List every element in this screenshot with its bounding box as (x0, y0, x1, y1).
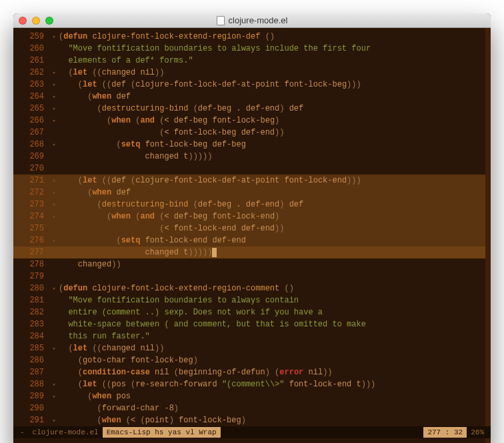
code-line[interactable]: 268▾ (setq font-lock-beg def-beg (13, 139, 485, 151)
code-line[interactable]: 264▾ (when def (13, 91, 485, 103)
code-content[interactable]: (when pos (59, 390, 485, 402)
editor-area[interactable]: 259▾(defun clojure-font-lock-extend-regi… (13, 28, 491, 426)
code-content[interactable]: elements of a def* forms." (59, 55, 485, 67)
code-line[interactable]: 290 (forward-char -8) (13, 402, 485, 414)
code-line[interactable]: 265▾ (destructuring-bind (def-beg . def-… (13, 103, 485, 115)
code-line[interactable]: 277 changed t))))) (13, 246, 485, 258)
code-line[interactable]: 273▾ (destructuring-bind (def-beg . def-… (13, 199, 485, 211)
fold-marker-icon[interactable]: ▾ (49, 378, 59, 390)
code-content[interactable]: (when def (59, 91, 485, 103)
code-content[interactable]: (destructuring-bind (def-beg . def-end) … (59, 103, 485, 115)
code-content[interactable]: (condition-case nil (beginning-of-defun)… (59, 366, 485, 378)
fold-marker-icon[interactable]: ▾ (49, 390, 59, 402)
code-content[interactable]: (let ((changed nil)) (59, 67, 485, 79)
fold-marker-icon[interactable]: ▾ (49, 234, 59, 246)
code-content[interactable]: (let ((changed nil)) (59, 342, 485, 354)
line-number: 276 (13, 234, 49, 246)
code-line[interactable]: 287 (condition-case nil (beginning-of-de… (13, 366, 485, 378)
code-content[interactable]: entire (comment ..) sexp. Does not work … (59, 306, 485, 318)
code-line[interactable]: 276▾ (setq font-lock-end def-end (13, 234, 485, 246)
fold-marker-icon[interactable]: ▾ (49, 342, 59, 354)
code-line[interactable]: 284 this run faster." (13, 330, 485, 342)
code-line[interactable]: 269 changed t))))) (13, 151, 485, 163)
fold-marker-icon[interactable]: ▾ (49, 79, 59, 91)
titlebar[interactable]: clojure-mode.el (13, 13, 491, 28)
fold-marker-icon (49, 258, 59, 270)
fold-marker-icon[interactable]: ▾ (49, 67, 59, 79)
code-line[interactable]: 278 changed)) (13, 258, 485, 270)
code-content[interactable]: changed)) (59, 258, 485, 270)
code-content[interactable]: (when def (59, 187, 485, 199)
code-content[interactable]: (goto-char font-lock-beg) (59, 354, 485, 366)
code-content[interactable]: changed t))))) (59, 246, 485, 258)
code-content[interactable]: (setq font-lock-beg def-beg (59, 139, 485, 151)
code-content[interactable]: "Move fontification boundaries to always… (59, 294, 485, 306)
code-line[interactable]: 260 "Move fontification boundaries to al… (13, 43, 485, 55)
code-content[interactable]: this run faster." (59, 330, 485, 342)
code-line[interactable]: 271▾ (let ((def (clojure-font-lock-def-a… (13, 175, 485, 187)
code-content[interactable] (59, 270, 485, 282)
code-line[interactable]: 289▾ (when pos (13, 390, 485, 402)
document-icon (217, 16, 225, 25)
code-content[interactable]: "Move fontification boundaries to always… (59, 43, 485, 55)
code-content[interactable]: (defun clojure-font-lock-extend-region-d… (59, 31, 485, 43)
code-content[interactable] (59, 163, 485, 175)
fold-marker-icon[interactable]: ▾ (49, 187, 59, 199)
code-line[interactable]: 283 white-space between ( and comment, b… (13, 318, 485, 330)
fold-marker-icon[interactable]: ▾ (49, 414, 59, 426)
code-line[interactable]: 259▾(defun clojure-font-lock-extend-regi… (13, 31, 485, 43)
code-line[interactable]: 272▾ (when def (13, 187, 485, 199)
code-line[interactable]: 291▾ (when (< (point) font-lock-beg) (13, 414, 485, 426)
fold-marker-icon[interactable]: ▾ (49, 91, 59, 103)
code-line[interactable]: 274▾ (when (and (< def-beg font-lock-end… (13, 211, 485, 222)
code-line[interactable]: 275 (< font-lock-end def-end)) (13, 222, 485, 234)
line-number: 291 (13, 414, 49, 426)
code-line[interactable]: 288▾ (let ((pos (re-search-forward "(com… (13, 378, 485, 390)
fold-marker-icon[interactable]: ▾ (49, 282, 59, 294)
code-content[interactable]: (defun clojure-font-lock-extend-region-c… (59, 282, 485, 294)
code-content[interactable]: (forward-char -8) (59, 402, 485, 414)
fold-marker-icon[interactable]: ▾ (49, 115, 59, 127)
line-number: 286 (13, 354, 49, 366)
code-content[interactable]: (let ((def (clojure-font-lock-def-at-poi… (59, 79, 485, 91)
code-line[interactable]: 282 entire (comment ..) sexp. Does not w… (13, 306, 485, 318)
code-content[interactable]: (let ((def (clojure-font-lock-def-at-poi… (59, 175, 485, 187)
line-number: 271 (13, 175, 49, 187)
line-number: 277 (13, 246, 49, 258)
fold-marker-icon[interactable]: ▾ (49, 199, 59, 211)
fold-marker-icon[interactable]: ▾ (49, 175, 59, 187)
code-line[interactable]: 280▾(defun clojure-font-lock-extend-regi… (13, 282, 485, 294)
fold-marker-icon[interactable]: ▾ (49, 211, 59, 222)
code-line[interactable]: 261 elements of a def* forms." (13, 55, 485, 67)
code-line[interactable]: 262▾ (let ((changed nil)) (13, 67, 485, 79)
code-content[interactable]: (when (and (< def-beg font-lock-beg) (59, 115, 485, 127)
fold-marker-icon[interactable]: ▾ (49, 31, 59, 43)
code-content[interactable]: (destructuring-bind (def-beg . def-end) … (59, 199, 485, 211)
close-icon[interactable] (19, 17, 27, 25)
fold-marker-icon (49, 43, 59, 55)
code-content[interactable]: (let ((pos (re-search-forward "(comment\… (59, 378, 485, 390)
code-content[interactable]: (when (and (< def-beg font-lock-end) (59, 211, 485, 222)
code-content[interactable]: (setq font-lock-end def-end (59, 234, 485, 246)
line-number: 268 (13, 139, 49, 151)
line-number: 278 (13, 258, 49, 270)
fold-marker-icon[interactable]: ▾ (49, 139, 59, 151)
code-line[interactable]: 279 (13, 270, 485, 282)
code-line[interactable]: 263▾ (let ((def (clojure-font-lock-def-a… (13, 79, 485, 91)
code-content[interactable]: (when (< (point) font-lock-beg) (59, 414, 485, 426)
code-line[interactable]: 281 "Move fontification boundaries to al… (13, 294, 485, 306)
code-line[interactable]: 285▾ (let ((changed nil)) (13, 342, 485, 354)
zoom-icon[interactable] (45, 17, 53, 25)
code-content[interactable]: changed t))))) (59, 151, 485, 163)
minimize-icon[interactable] (32, 17, 40, 25)
code-line[interactable]: 286 (goto-char font-lock-beg) (13, 354, 485, 366)
code-line[interactable]: 266▾ (when (and (< def-beg font-lock-beg… (13, 115, 485, 127)
fold-marker-icon[interactable]: ▾ (49, 103, 59, 115)
code-line[interactable]: 270 (13, 163, 485, 175)
code-content[interactable]: (< font-lock-end def-end)) (59, 222, 485, 234)
code-line[interactable]: 267 (< font-lock-beg def-end)) (13, 127, 485, 139)
line-number: 275 (13, 222, 49, 234)
code-content[interactable]: (< font-lock-beg def-end)) (59, 127, 485, 139)
code-content[interactable]: white-space between ( and comment, but t… (59, 318, 485, 330)
fold-marker-icon (49, 318, 59, 330)
